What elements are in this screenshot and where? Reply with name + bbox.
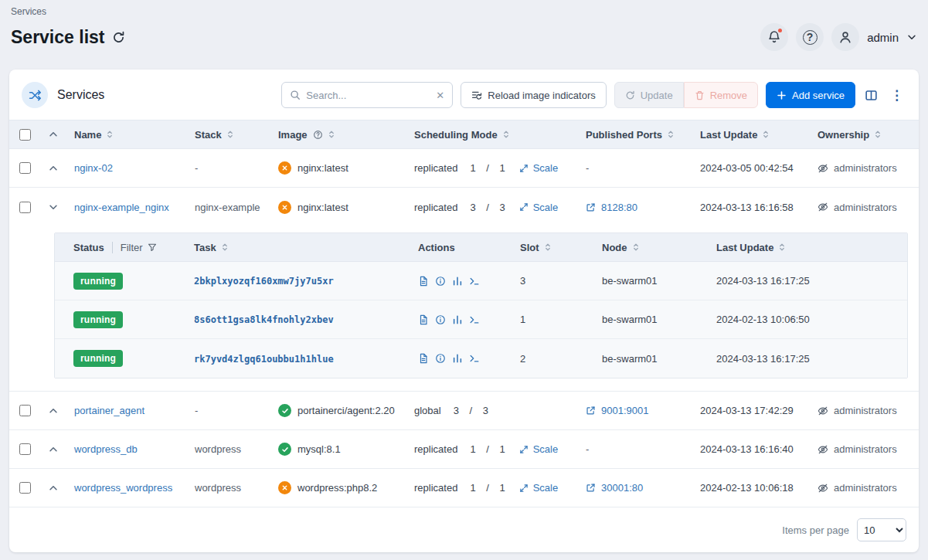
image-name: portainerci/agent:2.20	[297, 405, 395, 416]
row-checkbox[interactable]	[19, 202, 31, 213]
tasks-header-status: Status Filter	[55, 242, 186, 253]
image-cell: wordpress:php8.2	[270, 481, 406, 494]
user-name[interactable]: admin	[867, 31, 899, 44]
status-filter[interactable]: Filter	[121, 242, 157, 253]
breadcrumb-services[interactable]: Services	[11, 6, 46, 17]
scheduling-mode: global	[414, 405, 441, 416]
header-name[interactable]: Name	[66, 129, 187, 141]
row-checkbox[interactable]	[19, 482, 31, 494]
items-per-page-select[interactable]: 10	[857, 518, 906, 541]
notifications-button[interactable]	[760, 23, 788, 51]
tasks-header-node[interactable]: Node	[594, 242, 709, 253]
plus-icon	[777, 90, 787, 100]
service-name-link[interactable]: portainer_agent	[74, 405, 144, 416]
header-scheduling-mode[interactable]: Scheduling Mode	[406, 129, 578, 141]
stats-icon[interactable]	[452, 314, 463, 325]
stats-icon[interactable]	[452, 353, 463, 364]
task-slot: 2	[512, 353, 594, 365]
header-image[interactable]: Image	[270, 129, 406, 141]
row-checkbox[interactable]	[19, 405, 31, 416]
logs-icon[interactable]	[418, 314, 429, 325]
user-menu-button[interactable]	[831, 23, 859, 51]
kebab-menu-icon[interactable]: ⋮	[887, 87, 906, 104]
chevron-up-icon[interactable]	[48, 163, 59, 174]
trash-icon	[695, 90, 705, 100]
service-name-link[interactable]: nginx-example_nginx	[74, 202, 169, 213]
image-up-to-date-icon	[278, 404, 291, 417]
service-name-link[interactable]: wordpress_wordpress	[74, 482, 172, 494]
select-all-checkbox[interactable]	[19, 129, 31, 141]
published-port-link[interactable]: 8128:80	[601, 202, 637, 213]
inspect-icon[interactable]	[435, 314, 446, 325]
logs-icon[interactable]	[418, 353, 429, 364]
task-id-link[interactable]: rk7yvd4zlgq61oubbu1h1hlue	[194, 354, 334, 365]
sort-icon	[761, 130, 770, 139]
chevron-up-icon[interactable]	[48, 483, 59, 494]
image-name: wordpress:php8.2	[297, 482, 377, 494]
tasks-header-task[interactable]: Task	[186, 242, 410, 253]
service-row: nginx-example_nginx nginx-example nginx:…	[9, 188, 919, 226]
task-last-update: 2024-03-13 16:17:25	[709, 353, 907, 365]
stack-cell: -	[187, 162, 270, 174]
tasks-header-slot[interactable]: Slot	[512, 242, 594, 253]
image-help-icon[interactable]	[313, 130, 323, 140]
chevron-down-icon[interactable]	[906, 32, 917, 42]
published-port-link[interactable]: 9001:9001	[601, 405, 648, 416]
columns-settings-icon[interactable]	[863, 89, 879, 102]
chevron-up-icon[interactable]	[48, 406, 59, 416]
header-last-update[interactable]: Last Update	[692, 129, 810, 141]
scale-link[interactable]: Scale	[519, 482, 559, 494]
service-name-link[interactable]: nginx-02	[74, 162, 113, 174]
service-name-link[interactable]: wordpress_db	[74, 443, 138, 455]
chevron-up-icon[interactable]	[48, 444, 59, 455]
collapse-all-icon[interactable]	[48, 129, 59, 140]
update-button[interactable]: Update	[614, 82, 684, 108]
reload-image-indicators-button[interactable]: Reload image indicators	[461, 82, 606, 108]
user-area: ? admin	[760, 23, 917, 51]
task-id-link[interactable]: 8s6ott1gsa8lk4fnohly2xbev	[194, 314, 334, 325]
sort-icon	[543, 243, 552, 252]
task-id-link[interactable]: 2bkplxyozqf160xmw7jy7u5xr	[194, 276, 334, 287]
sort-icon	[226, 130, 235, 139]
console-icon[interactable]	[469, 314, 480, 325]
search-input[interactable]	[306, 90, 430, 101]
scale-icon	[519, 164, 529, 173]
header-stack[interactable]: Stack	[187, 129, 270, 141]
add-service-button[interactable]: Add service	[766, 82, 855, 108]
tasks-header-last-update[interactable]: Last Update	[709, 242, 907, 253]
remove-label: Remove	[710, 90, 747, 101]
clear-search-icon[interactable]: ✕	[436, 90, 444, 101]
reload-label: Reload image indicators	[488, 90, 595, 101]
table-footer: Items per page 10	[9, 507, 919, 552]
chevron-down-icon[interactable]	[48, 202, 59, 212]
replica-count: 3 / 3	[454, 405, 488, 416]
stats-icon[interactable]	[452, 276, 463, 287]
help-button[interactable]: ?	[796, 23, 824, 51]
inspect-icon[interactable]	[435, 353, 446, 364]
console-icon[interactable]	[469, 353, 480, 364]
published-port-link[interactable]: 30001:80	[601, 482, 643, 494]
ownership-value: administrators	[834, 443, 897, 455]
logs-icon[interactable]	[418, 276, 429, 287]
image-outdated-icon	[278, 481, 291, 494]
task-row: running 2bkplxyozqf160xmw7jy7u5xr 3 be-s…	[55, 262, 907, 300]
sort-icon	[666, 130, 675, 139]
scale-link[interactable]: Scale	[519, 443, 559, 455]
inspect-icon[interactable]	[435, 276, 446, 287]
image-name: mysql:8.1	[297, 443, 341, 455]
header-published-ports[interactable]: Published Ports	[578, 129, 692, 141]
scale-link[interactable]: Scale	[519, 202, 559, 213]
scheduling-cell: replicated 1 / 1 Scale	[406, 162, 578, 174]
image-name: nginx:latest	[297, 202, 348, 213]
tasks-table-header: Status Filter Task Actions Slot	[55, 233, 907, 262]
row-checkbox[interactable]	[19, 162, 31, 174]
row-checkbox[interactable]	[19, 443, 31, 455]
remove-button[interactable]: Remove	[684, 82, 758, 108]
refresh-page-icon[interactable]	[112, 31, 125, 44]
scale-link[interactable]: Scale	[519, 162, 559, 174]
header-ownership[interactable]: Ownership	[810, 129, 919, 141]
ownership-value: administrators	[834, 162, 897, 174]
console-icon[interactable]	[469, 276, 480, 287]
scheduling-cell: replicated 3 / 3 Scale	[406, 202, 578, 213]
replica-count: 1 / 1	[470, 162, 505, 174]
